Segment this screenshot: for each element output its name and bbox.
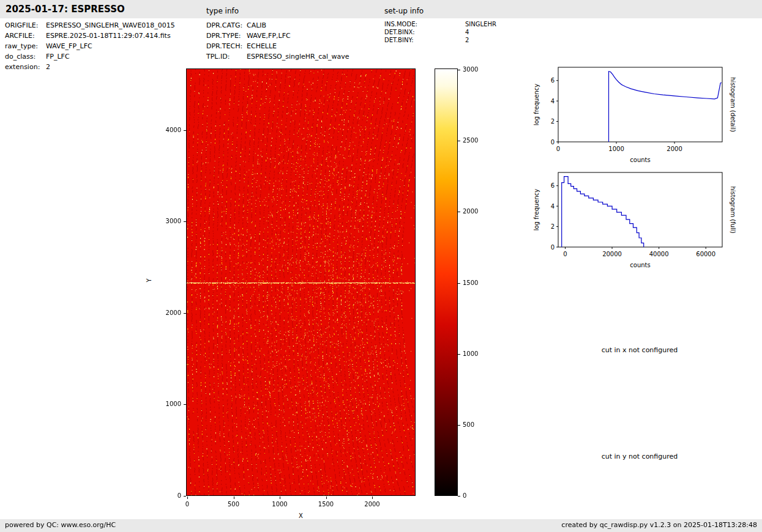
type-info-block: DPR.CATG:CALIB DPR.TYPE:WAVE,FP,LFC DPR.…: [206, 20, 349, 62]
tick-label: 3000: [154, 218, 181, 224]
meta-value: CALIB: [247, 21, 266, 29]
tick-label: 2000: [360, 501, 384, 508]
meta-value: SINGLEHR: [465, 21, 496, 28]
raw-detector-image-canvas: [187, 69, 415, 495]
tick-label: 4000: [154, 127, 181, 133]
meta-label: ORIGFILE:: [5, 20, 46, 31]
meta-label: DET.BINX:: [384, 28, 465, 36]
xlabel: counts: [630, 157, 650, 163]
tick-label: 0: [551, 244, 555, 251]
tick-label: 1500: [463, 279, 487, 286]
meta-label: DPR.TYPE:: [206, 31, 247, 41]
tick-mark: [372, 497, 373, 499]
meta-row-rawtype: raw_type:WAVE_FP_LFC: [5, 41, 175, 51]
tick-label: 40000: [649, 251, 669, 257]
tick-label: 2500: [463, 137, 487, 144]
meta-label: raw_type:: [5, 41, 46, 51]
meta-label: DPR.CATG:: [206, 20, 247, 31]
plot-frame: [558, 172, 722, 247]
xlabel: counts: [630, 262, 650, 268]
tick-label: 1000: [608, 146, 624, 152]
meta-value: ECHELLE: [247, 42, 277, 50]
raw-detector-image-plot: [186, 68, 416, 496]
meta-value: 2: [46, 63, 50, 71]
tick-label: 6: [551, 77, 555, 84]
meta-label: ARCFILE:: [5, 31, 46, 41]
file-info-block: ORIGFILE:ESPRESSO_SINGLEHR_WAVE018_0015 …: [5, 20, 175, 72]
footer-created-by: created by qc_rawdisp.py v1.2.3 on 2025-…: [561, 521, 757, 529]
right-label: histogram (detail): [730, 77, 736, 132]
meta-row-doclass: do_class:FP_LFC: [5, 51, 175, 62]
header-bar: 2025-01-17: ESPRESSO type info set-up in…: [0, 0, 762, 18]
histogram-full-svg: 02000040000600000246countslog frequencyh…: [528, 169, 739, 279]
cut-y-message: cut in y not configured: [548, 453, 731, 460]
main-plot-ylabel: Y: [146, 278, 152, 282]
meta-label: INS.MODE:: [384, 20, 465, 28]
histogram-detail-plot: 0100020000246countslog frequencyhistogra…: [528, 64, 739, 174]
tick-label: 2000: [463, 208, 487, 215]
meta-label: DPR.TECH:: [206, 41, 247, 51]
tick-label: 0: [556, 146, 560, 152]
meta-row-tplid: TPL.ID:ESPRESSO_singleHR_cal_wave: [206, 51, 349, 62]
tick-label: 4: [551, 98, 555, 105]
meta-row-dprcatg: DPR.CATG:CALIB: [206, 20, 349, 31]
meta-value: ESPRESSO_SINGLEHR_WAVE018_0015: [46, 21, 175, 29]
tick-label: 1000: [463, 350, 487, 357]
tick-mark: [458, 212, 460, 212]
tick-mark: [458, 425, 460, 426]
tick-mark: [326, 497, 327, 499]
meta-label: DET.BINY:: [384, 36, 465, 44]
tick-mark: [458, 283, 460, 284]
histogram-detail-svg: 0100020000246countslog frequencyhistogra…: [528, 64, 739, 174]
type-info-heading: type info: [206, 7, 239, 15]
colorbar: [435, 68, 458, 496]
meta-row-dprtech: DPR.TECH:ECHELLE: [206, 41, 349, 51]
main-plot-xlabel: X: [187, 512, 415, 519]
tick-label: 6: [551, 182, 555, 189]
meta-label: extension:: [5, 62, 46, 72]
tick-label: 4: [551, 203, 555, 210]
tick-label: 1500: [314, 501, 338, 508]
footer-credit-qc: powered by QC: www.eso.org/HC: [5, 521, 116, 529]
tick-mark: [458, 496, 460, 497]
tick-label: 500: [463, 421, 487, 428]
tick-label: 2000: [154, 309, 181, 316]
tick-mark: [458, 141, 460, 141]
tick-label: 60000: [696, 251, 715, 257]
meta-value: ESPRE.2025-01-18T11:29:07.414.fits: [46, 32, 171, 40]
setup-info-block: INS.MODE:SINGLEHR DET.BINX:4 DET.BINY:2: [384, 20, 496, 44]
meta-row-origfile: ORIGFILE:ESPRESSO_SINGLEHR_WAVE018_0015: [5, 20, 175, 31]
tick-mark: [458, 354, 460, 355]
tick-label: 0: [551, 139, 555, 146]
tick-label: 0: [563, 251, 567, 257]
meta-value: 2: [465, 37, 469, 43]
meta-value: FP_LFC: [46, 53, 70, 61]
tick-mark: [187, 497, 188, 499]
cut-x-message: cut in x not configured: [548, 346, 731, 354]
right-label: histogram (full): [730, 186, 736, 233]
histogram-line: [609, 72, 722, 142]
ylabel: log frequency: [533, 189, 540, 231]
tick-label: 0: [175, 501, 200, 508]
tick-label: 20000: [602, 251, 622, 257]
tick-mark: [234, 497, 234, 499]
tick-label: 2: [551, 223, 555, 230]
tick-mark: [184, 496, 186, 497]
histogram-full-plot: 02000040000600000246countslog frequencyh…: [528, 169, 739, 279]
tick-label: 3000: [463, 66, 487, 73]
meta-row-arcfile: ARCFILE:ESPRE.2025-01-18T11:29:07.414.fi…: [5, 31, 175, 41]
meta-row-extension: extension:2: [5, 62, 175, 72]
tick-label: 0: [463, 492, 487, 499]
meta-row-dprtype: DPR.TYPE:WAVE,FP,LFC: [206, 31, 349, 41]
page-title: 2025-01-17: ESPRESSO: [6, 4, 125, 15]
tick-mark: [280, 497, 280, 499]
setup-info-heading: set-up info: [384, 7, 424, 15]
meta-value: WAVE_FP_LFC: [46, 42, 92, 50]
meta-row-insmode: INS.MODE:SINGLEHR: [384, 20, 496, 28]
meta-row-detbinx: DET.BINX:4: [384, 28, 496, 36]
histogram-line: [562, 177, 644, 247]
tick-mark: [458, 70, 460, 70]
meta-label: TPL.ID:: [206, 51, 247, 62]
meta-label: do_class:: [5, 51, 46, 62]
meta-row-detbiny: DET.BINY:2: [384, 36, 496, 44]
